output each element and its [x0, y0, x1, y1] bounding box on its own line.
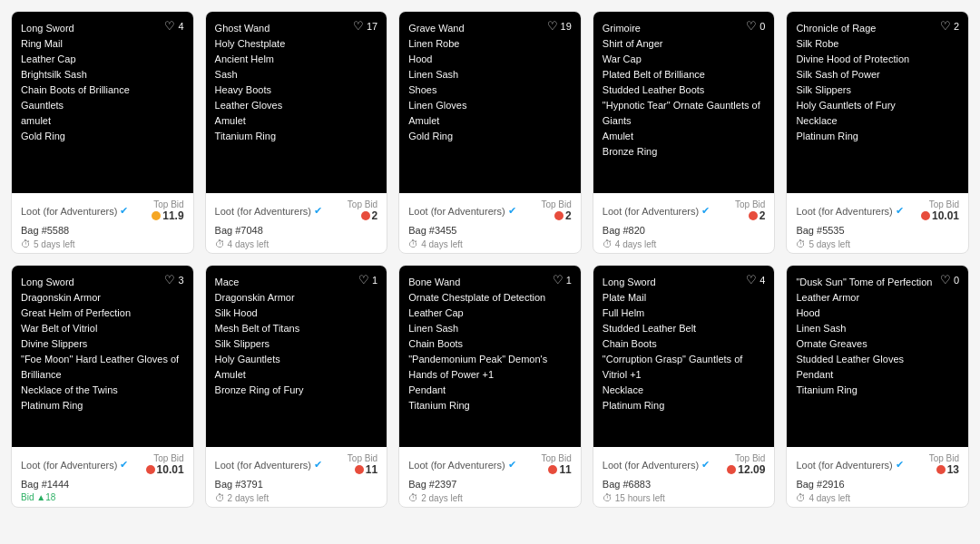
time-text: 5 days left	[34, 239, 75, 249]
bid-amount: 2	[565, 209, 572, 222]
card-item[interactable]: ♡ 1 Mace Dragonskin Armor Silk Hood Mesh…	[205, 265, 388, 508]
time-left: ⏱2 days left	[408, 492, 572, 503]
card-item[interactable]: ♡ 4 Long Sword Ring Mail Leather Cap Bri…	[11, 11, 194, 254]
top-bid-label: Top Bid	[735, 199, 765, 209]
card-item[interactable]: ♡ 2 Chronicle of Rage Silk Robe Divine H…	[786, 11, 969, 254]
bid-value: 11	[355, 463, 377, 476]
card-item[interactable]: ♡ 17 Ghost Wand Holy Chestplate Ancient …	[205, 11, 388, 254]
clock-icon: ⏱	[603, 492, 612, 503]
item-list: Grimoire Shirt of Anger War Cap Plated B…	[603, 21, 766, 160]
heart-row: ♡ 0	[940, 273, 959, 287]
card-item[interactable]: ♡ 4 Long Sword Plate Mail Full Helm Stud…	[593, 265, 776, 508]
card-footer: Loot (for Adventurers) ✔ Top Bid 2 Bag #…	[593, 193, 775, 253]
bid-gem-icon	[152, 211, 161, 220]
bid-amount: 2	[372, 209, 378, 222]
footer-row1: Loot (for Adventurers) ✔ Top Bid 2	[603, 199, 766, 222]
bid-value: 12.09	[727, 463, 765, 476]
card-item[interactable]: ♡ 0 "Dusk Sun" Tome of Perfection Leathe…	[786, 265, 969, 508]
card-item[interactable]: ♡ 1 Bone Wand Ornate Chestplate of Detec…	[398, 265, 582, 508]
heart-row: ♡ 3	[164, 273, 183, 287]
footer-row1: Loot (for Adventurers) ✔ Top Bid 10.01	[796, 199, 959, 222]
loot-label: Loot (for Adventurers) ✔	[796, 205, 903, 217]
heart-row: ♡ 1	[358, 273, 377, 287]
loot-text: Loot (for Adventurers)	[215, 460, 311, 471]
loot-label: Loot (for Adventurers) ✔	[603, 205, 710, 217]
card-image: ♡ 0 "Dusk Sun" Tome of Perfection Leathe…	[787, 266, 968, 447]
loot-text: Loot (for Adventurers)	[603, 460, 699, 471]
footer-row1: Loot (for Adventurers) ✔ Top Bid 13	[796, 453, 959, 476]
verified-icon: ✔	[314, 459, 322, 471]
time-text: 4 days left	[615, 239, 657, 249]
card-footer: Loot (for Adventurers) ✔ Top Bid 2 Bag #…	[206, 193, 387, 253]
bag-number: Bag #5535	[796, 225, 959, 236]
time-left: ⏱4 days left	[408, 238, 572, 249]
bag-number: Bag #2397	[408, 479, 572, 490]
time-left: ⏱4 days left	[215, 238, 378, 249]
clock-icon: ⏱	[796, 238, 806, 249]
loot-label: Loot (for Adventurers) ✔	[408, 205, 515, 217]
loot-label: Loot (for Adventurers) ✔	[215, 459, 322, 471]
verified-icon: ✔	[120, 459, 128, 471]
bid-gem-icon	[936, 465, 946, 474]
loot-label: Loot (for Adventurers) ✔	[215, 205, 322, 217]
heart-row: ♡ 17	[353, 19, 377, 33]
verified-icon: ✔	[896, 205, 904, 217]
card-image: ♡ 17 Ghost Wand Holy Chestplate Ancient …	[206, 12, 387, 193]
loot-label: Loot (for Adventurers) ✔	[21, 459, 128, 471]
loot-label: Loot (for Adventurers) ✔	[408, 459, 515, 471]
card-item[interactable]: ♡ 0 Grimoire Shirt of Anger War Cap Plat…	[593, 11, 776, 254]
loot-text: Loot (for Adventurers)	[21, 206, 117, 217]
item-list: "Dusk Sun" Tome of Perfection Leather Ar…	[796, 275, 959, 398]
bid-gem-icon	[355, 465, 364, 474]
bag-number: Bag #820	[603, 225, 766, 236]
top-bid-section: Top Bid 2	[541, 199, 571, 222]
heart-icon: ♡	[547, 19, 558, 33]
card-image: ♡ 0 Grimoire Shirt of Anger War Cap Plat…	[593, 12, 775, 193]
loot-text: Loot (for Adventurers)	[603, 206, 699, 217]
card-footer: Loot (for Adventurers) ✔ Top Bid 12.09 B…	[593, 447, 775, 507]
card-grid: ♡ 4 Long Sword Ring Mail Leather Cap Bri…	[0, 0, 980, 519]
heart-icon: ♡	[358, 273, 369, 287]
heart-count: 4	[760, 275, 765, 286]
loot-label: Loot (for Adventurers) ✔	[796, 459, 903, 471]
top-bid-label: Top Bid	[541, 453, 571, 463]
top-bid-label: Top Bid	[929, 453, 959, 463]
time-text: 2 days left	[421, 493, 463, 503]
bid-amount: 11.9	[162, 209, 183, 222]
verified-icon: ✔	[314, 205, 322, 217]
heart-row: ♡ 2	[940, 19, 959, 33]
bag-number: Bag #1444	[21, 479, 184, 490]
bid-gem-icon	[727, 465, 736, 474]
time-text: 4 days left	[228, 239, 270, 249]
card-footer: Loot (for Adventurers) ✔ Top Bid 11 Bag …	[206, 447, 387, 507]
top-bid-label: Top Bid	[348, 453, 377, 463]
item-list: Long Sword Dragonskin Armor Great Helm o…	[21, 275, 184, 413]
card-item[interactable]: ♡ 3 Long Sword Dragonskin Armor Great He…	[11, 265, 194, 508]
bid-value: 11.9	[152, 209, 183, 222]
heart-icon: ♡	[940, 19, 951, 33]
card-item[interactable]: ♡ 19 Grave Wand Linen Robe Hood Linen Sa…	[398, 11, 582, 254]
top-bid-label: Top Bid	[735, 453, 765, 463]
clock-icon: ⏱	[603, 238, 612, 249]
clock-icon: ⏱	[408, 492, 418, 503]
bid-value: 2	[361, 209, 378, 222]
bag-number: Bag #5588	[21, 225, 184, 236]
clock-icon: ⏱	[21, 238, 31, 249]
heart-icon: ♡	[353, 19, 364, 33]
top-bid-label: Top Bid	[153, 199, 183, 209]
bag-number: Bag #6883	[603, 479, 766, 490]
time-left: ⏱4 days left	[796, 492, 959, 503]
bid-value: 10.01	[146, 463, 184, 476]
time-text: 5 days left	[808, 239, 850, 249]
bag-number: Bag #3791	[215, 479, 378, 490]
heart-icon: ♡	[940, 273, 951, 287]
top-bid-section: Top Bid 2	[348, 199, 377, 222]
card-image: ♡ 4 Long Sword Plate Mail Full Helm Stud…	[593, 266, 775, 447]
bid-value: 2	[554, 209, 572, 222]
bid-gem-icon	[146, 465, 155, 474]
time-text: 2 days left	[228, 493, 270, 503]
card-footer: Loot (for Adventurers) ✔ Top Bid 11 Bag …	[399, 447, 581, 507]
bag-number: Bag #2916	[796, 479, 959, 490]
loot-text: Loot (for Adventurers)	[408, 206, 505, 217]
bid-gem-icon	[921, 211, 930, 220]
